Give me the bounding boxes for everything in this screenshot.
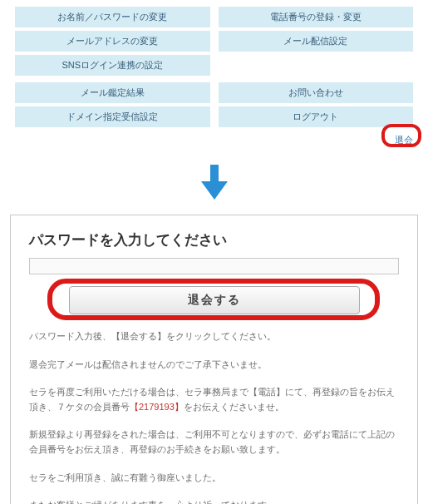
arrow-down-icon [0,146,428,206]
menu-item-mail-result[interactable]: メール鑑定結果 [15,82,210,103]
note-thanks: セラをご利用頂き、誠に有難う御座いました。 [29,471,399,486]
password-input[interactable] [29,258,399,274]
menu-item-phone[interactable]: 電話番号の登録・変更 [219,7,414,27]
withdraw-submit-button[interactable]: 退会する [69,286,360,314]
card-title: パスワードを入力してください [29,230,399,250]
note-reregister: セラを再度ご利用いただける場合は、セラ事務局まで【電話】にて、再登録の旨をお伝え… [29,385,399,414]
withdraw-card: パスワードを入力してください 退会する パスワード入力後、【退会する】をクリック… [10,215,418,504]
note-instruction: パスワード入力後、【退会する】をクリックしてください。 [29,329,399,344]
menu-item-name-password[interactable]: お名前／パスワードの変更 [15,7,210,27]
menu-item-contact[interactable]: お問い合わせ [219,82,414,103]
menu-item-sns[interactable]: SNSログイン連携の設定 [15,55,210,76]
menu-item-email[interactable]: メールアドレスの変更 [15,31,210,52]
menu-group-2: メール鑑定結果 お問い合わせ ドメイン指定受信設定 ログアウト [15,82,413,127]
note-no-mail: 退会完了メールは配信されませんのでご了承下さいませ。 [29,358,399,373]
note-closing: またお客様とご縁があります事を、心より祈っております。 [29,498,399,504]
menu-item-logout[interactable]: ログアウト [219,106,414,127]
menu-item-domain-receive[interactable]: ドメイン指定受信設定 [15,106,210,127]
menu-group-1: お名前／パスワードの変更 電話番号の登録・変更 メールアドレスの変更 メール配信… [15,7,413,76]
menu-item-mail-delivery[interactable]: メール配信設定 [219,31,414,52]
note-reregister-c: をお伝えくださいませ。 [184,402,284,412]
settings-menu: お名前／パスワードの変更 電話番号の登録・変更 メールアドレスの変更 メール配信… [0,0,428,131]
withdraw-link[interactable]: 退会 [395,134,413,146]
note-newreg-warning: 新規登録より再登録をされた場合は、ご利用不可となりますので、必ずお電話にて上記の… [29,427,399,457]
member-number: 【2179193】 [130,402,184,412]
